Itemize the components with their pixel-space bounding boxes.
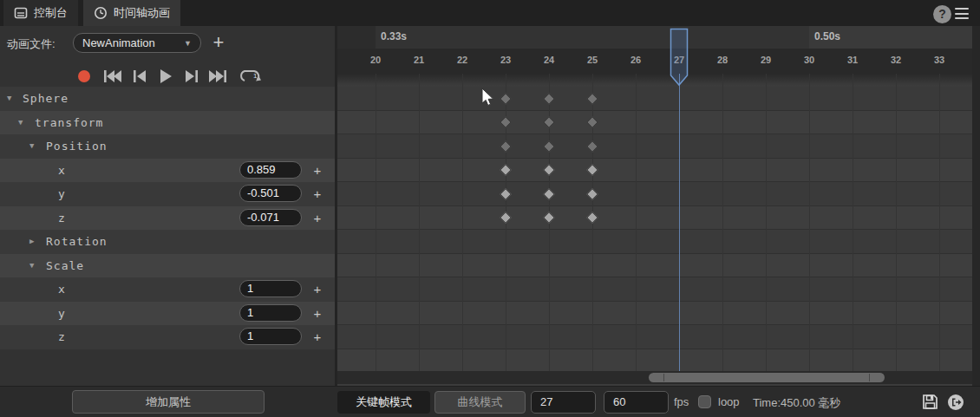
- save-icon[interactable]: [922, 394, 938, 410]
- value-field-x-3[interactable]: 0.859: [239, 161, 302, 179]
- tree-row-label: z: [58, 206, 66, 231]
- fps-input[interactable]: 60: [604, 391, 669, 414]
- frame-number-33: 33: [922, 55, 957, 65]
- tree-row-x-8[interactable]: x1+: [0, 277, 335, 302]
- current-frame-input[interactable]: 27: [531, 391, 596, 414]
- tree-row-z-5[interactable]: z-0.071+: [0, 206, 335, 231]
- time-ruler-frames[interactable]: 2021222324252627282930313233: [337, 49, 972, 74]
- grid-row[interactable]: [337, 159, 972, 183]
- frame-number-22: 22: [445, 55, 480, 65]
- grid-row[interactable]: [337, 182, 972, 206]
- ruler-shadow: [337, 74, 972, 86]
- grid-vline: [766, 74, 767, 371]
- mouse-cursor: [480, 88, 496, 108]
- menu-icon[interactable]: [955, 8, 969, 19]
- frame-number-20: 20: [358, 55, 393, 65]
- collapse-arrow-icon[interactable]: ▼: [29, 134, 34, 159]
- value-field-y-4[interactable]: -0.501: [239, 185, 302, 202]
- curve-mode-button[interactable]: 曲线模式: [434, 391, 526, 414]
- tree-row-z-10[interactable]: z1+: [0, 325, 335, 349]
- tab-timeline-animation[interactable]: 时间轴动画: [83, 0, 180, 26]
- grid-row[interactable]: [337, 277, 972, 302]
- add-keyframe-button[interactable]: +: [310, 206, 324, 231]
- tree-row-sphere-0[interactable]: ▼Sphere: [0, 87, 335, 111]
- loop-checkbox[interactable]: [698, 395, 711, 408]
- grid-row[interactable]: [337, 111, 972, 135]
- frame-number-30: 30: [792, 55, 826, 65]
- grid-vline: [462, 74, 463, 371]
- tree-row-label: y: [58, 302, 66, 326]
- collapse-arrow-icon[interactable]: ▼: [29, 254, 34, 278]
- frame-number-29: 29: [748, 55, 783, 65]
- grid-vline: [419, 74, 420, 371]
- grid-vline: [896, 74, 897, 371]
- svg-text:1: 1: [253, 72, 258, 80]
- horizontal-scrollbar[interactable]: [337, 371, 972, 384]
- tree-row-label: Rotation: [46, 230, 108, 254]
- fps-label: fps: [674, 395, 689, 408]
- grid-row[interactable]: [337, 87, 972, 111]
- grid-vline: [853, 74, 853, 371]
- tree-row-x-3[interactable]: x0.859+: [0, 159, 335, 183]
- add-keyframe-button[interactable]: +: [310, 182, 324, 206]
- collapse-arrow-icon[interactable]: ▼: [18, 111, 23, 135]
- ruler-section-label: 0.33s: [381, 30, 407, 42]
- grid-vline: [376, 74, 376, 371]
- frame-number-26: 26: [618, 55, 653, 65]
- chevron-down-icon: ▼: [184, 39, 192, 48]
- add-keyframe-button[interactable]: +: [310, 302, 324, 326]
- frame-number-32: 32: [879, 55, 913, 65]
- tree-row-y-4[interactable]: y-0.501+: [0, 182, 335, 206]
- grid-vline: [636, 74, 637, 371]
- grid-row[interactable]: [337, 349, 972, 372]
- tree-row-label: x: [58, 159, 66, 183]
- tab-console[interactable]: 控制台: [3, 0, 78, 26]
- tree-row-label: x: [58, 277, 66, 302]
- value-field-x-8[interactable]: 1: [239, 280, 302, 297]
- exit-icon[interactable]: [947, 394, 964, 411]
- property-panel: 动画文件: NewAnimation ▼ +: [0, 26, 335, 386]
- tree-row-label: z: [58, 325, 66, 349]
- keyframe-mode-button[interactable]: 关键帧模式: [337, 391, 430, 414]
- expand-arrow-icon[interactable]: ▶: [29, 230, 34, 254]
- grid-row[interactable]: [337, 302, 972, 326]
- grid-vline: [939, 74, 940, 371]
- add-keyframe-button[interactable]: +: [310, 159, 324, 183]
- tree-row-label: transform: [35, 111, 103, 135]
- play-icon: [159, 68, 173, 84]
- add-property-button[interactable]: 增加属性: [72, 390, 265, 414]
- grid-row[interactable]: [337, 230, 972, 254]
- horizontal-scrollbar-thumb[interactable]: [649, 373, 885, 382]
- tab-timeline-label: 时间轴动画: [114, 5, 170, 21]
- vertical-scrollbar-track[interactable]: [972, 26, 980, 386]
- value-field-y-9[interactable]: 1: [239, 304, 302, 322]
- time-ruler-seconds[interactable]: 0.33s0.50s: [337, 26, 972, 49]
- animation-file-label: 动画文件:: [7, 36, 56, 52]
- add-keyframe-button[interactable]: +: [310, 325, 324, 349]
- add-animation-button[interactable]: +: [208, 32, 229, 53]
- playhead-line[interactable]: [679, 74, 680, 371]
- console-icon: [14, 6, 28, 20]
- add-keyframe-button[interactable]: +: [310, 277, 324, 302]
- tree-row-label: Position: [46, 134, 108, 159]
- tree-row-transform-1[interactable]: ▼transform: [0, 111, 335, 135]
- loop-icon: 1: [239, 68, 262, 85]
- animation-file-dropdown[interactable]: NewAnimation ▼: [73, 33, 201, 53]
- tree-row-position-2[interactable]: ▼Position: [0, 134, 335, 159]
- value-field-z-5[interactable]: -0.071: [239, 209, 302, 226]
- collapse-arrow-icon[interactable]: ▼: [7, 87, 11, 111]
- time-readout: Time:450.00 毫秒: [753, 395, 840, 411]
- tree-row-y-9[interactable]: y1+: [0, 302, 335, 326]
- grid-row[interactable]: [337, 254, 972, 278]
- frame-number-31: 31: [835, 55, 870, 65]
- loop-label: loop: [718, 395, 740, 408]
- tree-row-rotation-6[interactable]: ▶Rotation: [0, 230, 335, 254]
- help-icon[interactable]: ?: [933, 5, 951, 23]
- ruler-section: 0.33s: [376, 26, 809, 49]
- tree-row-scale-7[interactable]: ▼Scale: [0, 254, 335, 278]
- value-field-z-10[interactable]: 1: [239, 328, 302, 345]
- grid-row[interactable]: [337, 206, 972, 231]
- grid-row[interactable]: [337, 325, 972, 349]
- keyframe-grid[interactable]: [337, 87, 972, 371]
- grid-row[interactable]: [337, 134, 972, 159]
